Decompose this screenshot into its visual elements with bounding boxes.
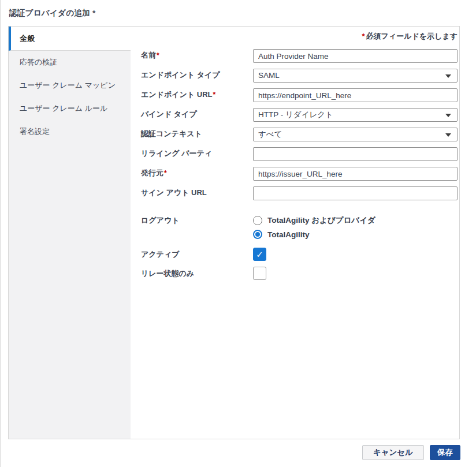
window-edge-divider (1, 0, 1, 467)
issuer-label: 発行元* (141, 167, 253, 180)
tab-response-validation[interactable]: 応答の検証 (9, 51, 131, 74)
endpoint-type-label: エンドポイント タイプ (141, 69, 253, 81)
active-label: アクティブ (141, 248, 253, 261)
name-label: 名前* (141, 49, 253, 62)
dialog-tab-sidebar: 全般 応答の検証 ユーザー クレーム マッピン ユーザー クレーム ルール 署名… (9, 27, 131, 439)
chevron-down-icon (445, 74, 451, 78)
relay-state-only-label: リレー状態のみ (141, 267, 253, 280)
field-row-name: 名前* (141, 49, 458, 63)
cancel-button[interactable]: キャンセル (362, 445, 424, 460)
relying-party-input[interactable] (253, 147, 458, 161)
required-asterisk: * (362, 32, 365, 40)
field-row-endpoint-url: エンドポイント URL* (141, 88, 458, 102)
field-row-issuer: 発行元* (141, 167, 458, 181)
required-asterisk: * (164, 169, 167, 177)
endpoint-type-select[interactable]: SAML (253, 69, 458, 83)
endpoint-url-label: エンドポイント URL* (141, 88, 253, 101)
required-asterisk: * (157, 51, 159, 59)
relying-party-label: リライング パーティ (141, 147, 253, 160)
auth-provider-dialog: 全般 応答の検証 ユーザー クレーム マッピン ユーザー クレーム ルール 署名… (8, 26, 460, 439)
radio-unselected-icon[interactable] (253, 216, 262, 225)
auth-context-select[interactable]: すべて (253, 128, 458, 141)
field-row-logout: ログアウト TotalAgility およびプロバイダ TotalAgility (141, 214, 458, 242)
signout-url-label: サイン アウト URL (141, 186, 253, 199)
field-row-bind-type: バインド タイプ HTTP - リダイレクト (141, 108, 458, 122)
tab-user-claim-rules[interactable]: ユーザー クレーム ルール (9, 97, 131, 120)
radio-selected-icon[interactable] (253, 230, 262, 239)
name-input[interactable] (253, 49, 458, 63)
bind-type-label: バインド タイプ (141, 108, 253, 121)
field-row-endpoint-type: エンドポイント タイプ SAML (141, 69, 458, 83)
logout-option-totalagility[interactable]: TotalAgility (253, 228, 458, 241)
dialog-title: 認証プロバイダの追加 * (9, 8, 96, 18)
bind-type-select[interactable]: HTTP - リダイレクト (253, 108, 458, 122)
chevron-down-icon (445, 133, 451, 137)
required-fields-note: *必須フィールドを示します (141, 32, 458, 41)
field-row-relay-state-only: リレー状態のみ (141, 267, 458, 280)
endpoint-url-input[interactable] (253, 88, 458, 102)
dialog-footer: キャンセル 保存 (362, 445, 460, 460)
field-row-auth-context: 認証コンテキスト すべて (141, 128, 458, 141)
tab-user-claim-mapping[interactable]: ユーザー クレーム マッピン (9, 74, 131, 97)
field-row-relying-party: リライング パーティ (141, 147, 458, 161)
active-checkbox[interactable]: ✓ (253, 248, 266, 261)
general-tab-form: *必須フィールドを示します 名前* エンドポイント タイプ SAML エンドポイ… (131, 27, 459, 439)
logout-option-both[interactable]: TotalAgility およびプロバイダ (253, 214, 458, 227)
chevron-down-icon (445, 114, 451, 117)
save-button[interactable]: 保存 (430, 445, 460, 460)
auth-context-label: 認証コンテキスト (141, 128, 253, 140)
field-row-signout-url: サイン アウト URL (141, 186, 458, 200)
issuer-input[interactable] (253, 167, 458, 181)
tab-signature-settings[interactable]: 署名設定 (9, 120, 131, 143)
relay-state-only-checkbox[interactable] (253, 267, 266, 280)
required-asterisk: * (213, 91, 215, 99)
field-row-active: アクティブ ✓ (141, 248, 458, 261)
tab-general[interactable]: 全般 (9, 27, 131, 51)
signout-url-input[interactable] (253, 186, 458, 200)
logout-label: ログアウト (141, 214, 253, 227)
